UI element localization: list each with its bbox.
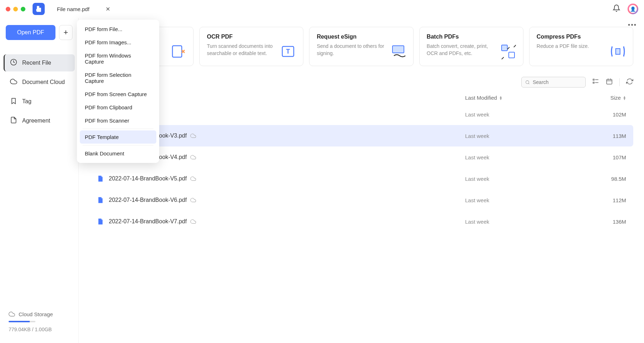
svg-rect-7: [509, 52, 514, 58]
card-icon: [390, 44, 406, 59]
dropdown-item[interactable]: PDF form File...: [80, 23, 156, 36]
file-row[interactable]: 2022-07-14-BrandBook-V5.pdfLast week98.5…: [89, 168, 633, 189]
new-document-button[interactable]: +: [59, 25, 73, 40]
main-content: ••• OCR PDFTurn scanned documents into s…: [79, 18, 644, 343]
minimize-window-button[interactable]: [13, 7, 18, 11]
list-view-icon[interactable]: [592, 78, 599, 86]
calendar-view-icon[interactable]: [606, 78, 613, 86]
svg-line-10: [528, 83, 529, 84]
card-title: Request eSign: [317, 34, 385, 40]
pdf-file-icon: [97, 196, 104, 204]
svg-rect-11: [593, 79, 594, 80]
dropdown-item[interactable]: PDF from Screen Capture: [80, 88, 156, 101]
refresh-icon[interactable]: [626, 78, 633, 86]
search-input[interactable]: [533, 79, 582, 85]
cloud-sync-icon: [190, 219, 196, 224]
file-size: 113M: [590, 133, 626, 139]
file-modified: Last week: [465, 154, 590, 160]
dropdown-item[interactable]: PDF form Images...: [80, 36, 156, 49]
dropdown-item[interactable]: PDF form Selection Capture: [80, 68, 156, 88]
user-avatar[interactable]: 👤: [628, 4, 638, 14]
file-row[interactable]: 2022-07-14-BrandBook-V3.pdfLast week113M: [89, 125, 633, 146]
svg-rect-2: [172, 46, 182, 57]
card-title: OCR PDF: [207, 34, 275, 40]
sidebar-item-recent[interactable]: Recent File: [4, 54, 75, 71]
tab-title: File name.pdf: [57, 6, 89, 12]
svg-rect-0: [36, 9, 39, 11]
card-description: Send a document to others for signing.: [317, 43, 385, 57]
file-size: 98.5M: [590, 176, 626, 182]
close-tab-icon[interactable]: ✕: [106, 6, 110, 13]
sidebar-item-cloud[interactable]: Document Cloud: [4, 74, 75, 91]
column-last-modified[interactable]: Last Modified ▲▼: [465, 95, 590, 101]
card-icon: T: [280, 44, 296, 59]
file-list: k_overview.pdfLast week102M2022-07-14-Br…: [89, 104, 633, 232]
sidebar-item-label: Recent File: [22, 60, 51, 66]
file-row[interactable]: k_overview.pdfLast week102M: [89, 104, 633, 125]
search-input-container[interactable]: [521, 77, 586, 88]
file-name: 2022-07-14-BrandBook-V6.pdf: [109, 197, 187, 203]
sidebar-item-label: Agreement: [22, 118, 50, 124]
dropdown-item[interactable]: PDF from Scanner: [80, 114, 156, 127]
action-cards: OCR PDFTurn scanned documents into searc…: [89, 27, 633, 66]
cloud-icon: [9, 311, 15, 317]
sidebar: Open PDF + Recent FileDocument CloudTagA…: [0, 18, 79, 343]
action-card[interactable]: Request eSignSend a document to others f…: [309, 27, 413, 66]
titlebar: File name.pdf ✕ 👤: [0, 0, 644, 18]
card-description: Turn scanned documents into searchable o…: [207, 43, 275, 57]
sidebar-item-tag[interactable]: Tag: [4, 93, 75, 110]
toolbar-divider: [619, 78, 620, 86]
file-modified: Last week: [465, 219, 590, 225]
tag-icon: [10, 97, 17, 106]
cloud-icon: [10, 78, 17, 86]
cloud-storage-label: Cloud Storage: [9, 311, 70, 317]
more-options-icon[interactable]: •••: [628, 21, 637, 29]
card-icon: [610, 44, 626, 59]
close-window-button[interactable]: [6, 7, 10, 11]
dropdown-separator: [83, 129, 153, 129]
card-title: Compress PDFs: [537, 34, 605, 40]
svg-text:T: T: [286, 48, 290, 55]
action-card[interactable]: Batch PDFsBatch convert, create, print, …: [419, 27, 523, 66]
file-size: 102M: [590, 111, 626, 118]
sort-icon: ▲▼: [499, 96, 502, 100]
column-size[interactable]: Size ▲▼: [590, 95, 626, 101]
cloud-sync-icon: [190, 133, 196, 139]
file-size: 107M: [590, 154, 626, 160]
action-card[interactable]: OCR PDFTurn scanned documents into searc…: [199, 27, 303, 66]
cloud-sync-icon: [190, 197, 196, 203]
svg-rect-12: [593, 82, 594, 83]
file-row[interactable]: 2022-07-14-BrandBook-V7.pdfLast week136M: [89, 211, 633, 232]
dropdown-item[interactable]: PDF from Clipboard: [80, 101, 156, 114]
sort-icon: ▲▼: [623, 96, 626, 100]
open-pdf-button[interactable]: Open PDF: [6, 25, 55, 40]
dropdown-item-blank-document[interactable]: Blank Document: [80, 147, 156, 160]
new-document-dropdown: PDF form File...PDF form Images...PDF fo…: [77, 20, 159, 163]
card-icon: [500, 44, 516, 59]
document-tab[interactable]: File name.pdf ✕: [52, 4, 115, 15]
file-list-header: Last Modified ▲▼ Size ▲▼: [89, 92, 633, 104]
file-row[interactable]: 2022-07-14-BrandBook-V6.pdfLast week112M: [89, 189, 633, 211]
svg-rect-15: [607, 79, 612, 84]
svg-rect-8: [616, 49, 620, 54]
sidebar-item-agreement[interactable]: Agreement: [4, 112, 75, 129]
sidebar-item-label: Tag: [22, 98, 31, 105]
action-card[interactable]: Compress PDFsReduce a PDF file size.: [529, 27, 633, 66]
agreement-icon: [10, 116, 17, 125]
file-name: 2022-07-14-BrandBook-V5.pdf: [109, 175, 187, 182]
notifications-icon[interactable]: [613, 4, 620, 14]
file-modified: Last week: [465, 176, 590, 182]
card-title: Batch PDFs: [427, 34, 495, 40]
app-logo-icon: [33, 3, 45, 15]
pdf-file-icon: [97, 217, 104, 226]
file-row[interactable]: 2022-07-14-BrandBook-V4.pdfLast week107M: [89, 146, 633, 168]
file-modified: Last week: [465, 133, 590, 139]
svg-rect-5: [392, 46, 404, 53]
pdf-file-icon: [97, 174, 104, 183]
dropdown-item[interactable]: PDF form Windows Capture: [80, 49, 156, 68]
card-icon: [170, 44, 186, 59]
recent-icon: [10, 59, 17, 67]
dropdown-item-pdf-template[interactable]: PDF Template: [80, 130, 156, 144]
maximize-window-button[interactable]: [21, 7, 25, 11]
storage-progress-bar: [9, 321, 35, 322]
